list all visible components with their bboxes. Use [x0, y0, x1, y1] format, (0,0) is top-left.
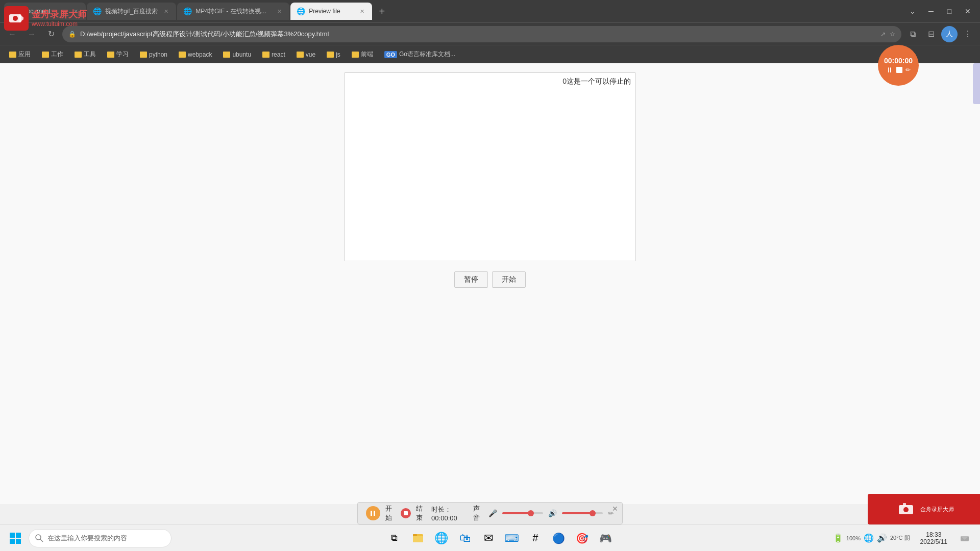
extensions-button[interactable]: ⧉ [904, 26, 921, 42]
settings-button[interactable]: ⋮ [960, 26, 976, 42]
weather-condition: 阴 [904, 535, 910, 541]
toolbar-right: ⧉ ⊟ 人 ⋮ [904, 26, 976, 42]
taskbar-search-box[interactable]: 在这里输入你要搜索的内容 [29, 529, 172, 547]
taskbar-mail[interactable]: ✉ [477, 527, 500, 549]
svg-rect-6 [16, 533, 21, 538]
watermark-logo [4, 6, 29, 31]
microphone-icon: 🎤 [488, 509, 497, 517]
tray-battery: 🔋 [833, 533, 843, 543]
taskbar: 在这里输入你要搜索的内容 ⧉ 🌐 🛍 ✉ ⌨ # 🔵 🎯 🎮 🔋 100% 🌐 … [0, 524, 980, 551]
tab-mp4gif-close[interactable]: ✕ [275, 7, 283, 15]
recording-toolbar: ✕ 开始 结束 时长： 00:00:00 声音 🎤 🔊 ✏ [357, 502, 623, 524]
bookmark-frontend[interactable]: 前端 [347, 48, 378, 61]
search-icon [35, 534, 43, 542]
start-menu-button[interactable] [4, 527, 27, 549]
tab-overflow-button[interactable]: ⌄ [904, 3, 921, 19]
address-bar-input[interactable] [80, 30, 876, 38]
recording-start-label[interactable]: 开始 [385, 504, 396, 522]
taskbar-app9[interactable]: 🎮 [595, 527, 617, 549]
recording-duration-label: 时长： 00:00:00 [431, 505, 468, 522]
bookmark-ubuntu[interactable]: ubuntu [218, 49, 256, 60]
weather-temp: 20°C [890, 535, 903, 541]
tab-mp4gif[interactable]: 🌐 MP4转GIF - 在线转换视频文件 ✕ [177, 3, 289, 20]
taskbar-slack[interactable]: # [524, 527, 547, 549]
explorer-icon [412, 532, 424, 544]
tray-volume[interactable]: 🔊 [877, 533, 887, 543]
page-content: 0这是一个可以停止的 暂停 开始 [0, 63, 980, 504]
bookmark-work[interactable]: 工作 [37, 48, 68, 61]
bookmark-js[interactable]: js [322, 49, 346, 60]
bookmark-apps[interactable]: 应用 [4, 48, 36, 61]
sidebar-button[interactable]: ⊟ [923, 26, 939, 42]
taskbar-explorer[interactable] [407, 527, 429, 549]
folder-icon [262, 52, 270, 58]
profile-button[interactable]: 人 [941, 26, 958, 42]
rec-app-text: 金舟录屏大师 [920, 506, 954, 513]
maximize-button[interactable]: □ [941, 3, 958, 19]
timer-pause-button[interactable]: ⏸ [886, 66, 893, 74]
tab-preview[interactable]: 🌐 Preview file ✕ [290, 3, 372, 20]
taskbar-date: 2022/5/11 [920, 538, 947, 545]
bookmark-apps-label: 应用 [18, 50, 31, 59]
bookmark-go-docs[interactable]: GO Go语言标准库文档... [379, 48, 460, 61]
svg-rect-0 [371, 511, 372, 516]
taskbar-edge[interactable]: 🌐 [430, 527, 453, 549]
taskbar-app8[interactable]: 🎯 [571, 527, 594, 549]
vertical-tab-strip[interactable] [973, 63, 980, 104]
taskbar-app-icons: ⧉ 🌐 🛍 ✉ ⌨ # 🔵 🎯 🎮 [174, 527, 827, 549]
bookmark-vue[interactable]: vue [291, 49, 321, 60]
control-buttons: 暂停 开始 [454, 271, 526, 288]
svg-marker-18 [19, 14, 23, 22]
bookmark-python[interactable]: python [135, 49, 173, 60]
new-tab-button[interactable]: + [373, 3, 390, 20]
recording-audio-label: 声音 [473, 504, 483, 522]
audio-volume-slider[interactable] [502, 512, 543, 514]
taskbar-search-placeholder: 在这里输入你要搜索的内容 [47, 534, 127, 543]
bookmark-webpack-label: webpack [188, 51, 212, 58]
recording-app-overlay: 金舟录屏大师 [868, 494, 980, 524]
bookmarks-bar: 应用 工作 工具 学习 python webpack ubuntu react [0, 45, 980, 63]
recording-toolbar-close[interactable]: ✕ [612, 505, 618, 513]
taskbar-tray-icons: 🔋 100% 🌐 🔊 20°C 阴 [829, 533, 914, 543]
start-button[interactable]: 开始 [492, 271, 526, 288]
folder-icon [327, 52, 334, 58]
windows-logo-icon [9, 532, 21, 544]
folder-icon [352, 52, 359, 58]
bookmark-tools[interactable]: 工具 [69, 48, 101, 61]
taskbar-chrome[interactable]: 🔵 [548, 527, 570, 549]
share-icon[interactable]: ↗ [880, 31, 886, 38]
recording-end-label[interactable]: 结束 [416, 504, 426, 522]
battery-percentage: 100% [846, 535, 861, 541]
tab-preview-close[interactable]: ✕ [358, 7, 366, 15]
folder-icon [297, 52, 304, 58]
notification-button[interactable] [953, 527, 976, 549]
bookmark-study[interactable]: 学习 [102, 48, 134, 61]
taskbar-datetime[interactable]: 18:33 2022/5/11 [916, 531, 951, 545]
folder-icon [107, 52, 114, 58]
timer-edit-button[interactable]: ✏ [905, 66, 911, 73]
taskbar-vscode[interactable]: ⌨ [501, 527, 523, 549]
close-button[interactable]: ✕ [960, 3, 976, 19]
taskbar-task-view[interactable]: ⧉ [383, 527, 406, 549]
bookmark-react[interactable]: react [257, 49, 290, 60]
bookmark-webpack[interactable]: webpack [174, 49, 217, 60]
taskbar-store[interactable]: 🛍 [454, 527, 476, 549]
duration-value: 00:00:00 [431, 514, 457, 522]
timer-stop-button[interactable] [896, 67, 902, 73]
tab-video-search-label: 视频转gif_百度搜索 [105, 7, 158, 16]
taskbar-time: 18:33 [926, 531, 941, 538]
recording-stop-button[interactable] [401, 508, 411, 518]
bookmark-go-docs-label: Go语言标准库文档... [399, 50, 455, 59]
bookmark-ubuntu-label: ubuntu [232, 51, 251, 58]
navigation-toolbar: ← → ↻ 🔒 ↗ ☆ ⧉ ⊟ 人 ⋮ [0, 22, 980, 45]
minimize-button[interactable]: ─ [923, 3, 939, 19]
bookmark-star-icon[interactable]: ☆ [890, 31, 895, 38]
bookmark-frontend-label: 前端 [361, 50, 373, 59]
camera-icon [898, 501, 914, 517]
speaker-volume-slider[interactable] [562, 512, 603, 514]
pause-button[interactable]: 暂停 [454, 271, 488, 288]
recording-play-pause-button[interactable] [366, 506, 380, 520]
address-bar-container[interactable]: 🔒 ↗ ☆ [62, 26, 901, 42]
tab-video-search-close[interactable]: ✕ [162, 7, 170, 15]
tab-video-search[interactable]: 🌐 视频转gif_百度搜索 ✕ [87, 3, 176, 20]
